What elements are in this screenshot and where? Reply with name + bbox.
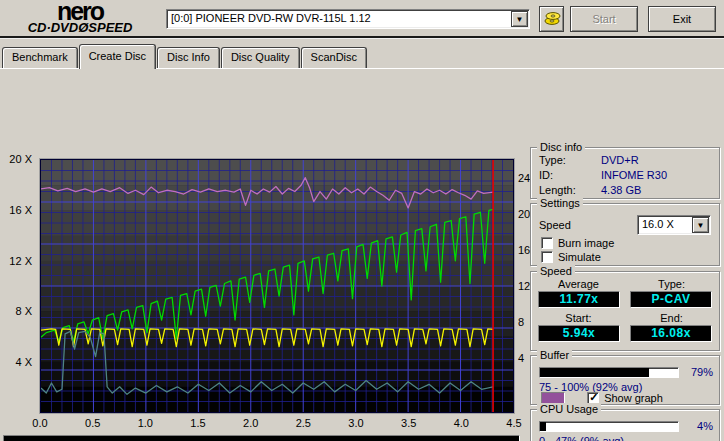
buffer-meter-fill bbox=[540, 368, 649, 377]
chevron-down-icon[interactable]: ▼ bbox=[511, 11, 528, 27]
tab-create-disc[interactable]: Create Disc bbox=[79, 44, 156, 69]
tab-benchmark[interactable]: Benchmark bbox=[2, 47, 78, 68]
x-axis-tick: 3.5 bbox=[401, 417, 416, 429]
right-axis-tick: 4 bbox=[518, 352, 524, 364]
simulate-label: Simulate bbox=[558, 251, 601, 263]
buffer-group: Buffer 79% 75 - 100% (92% avg) Show grap… bbox=[530, 355, 720, 405]
create-disc-tab-page: 20 X16 X12 X8 X4 X 2420161284 0.00.51.01… bbox=[0, 68, 724, 441]
burn-image-checkbox[interactable] bbox=[541, 237, 553, 249]
header-bar: nero CD·DVD‌ØSPEED [0:0] PIONEER DVD-RW … bbox=[0, 0, 724, 36]
exit-button[interactable]: Exit bbox=[648, 6, 716, 32]
x-axis-tick: 1.0 bbox=[138, 417, 153, 429]
right-axis-tick: 20 bbox=[518, 208, 530, 220]
disc-type-label: Type: bbox=[539, 154, 601, 166]
disc-id-value: INFOME R30 bbox=[601, 169, 667, 181]
cpu-range: 0 - 47% (9% avg) bbox=[539, 435, 624, 441]
start-speed-label: Start: bbox=[531, 312, 626, 324]
settings-group: Settings Speed 16.0 X ▼ Burn image Simul… bbox=[530, 203, 720, 266]
drive-select[interactable]: [0:0] PIONEER DVD-RW DVR-115L 1.12 ▼ bbox=[166, 9, 530, 29]
speed-type-display: P-CAV bbox=[630, 291, 712, 308]
plot-background-band bbox=[41, 185, 513, 211]
buffer-title: Buffer bbox=[537, 349, 572, 361]
average-speed-display: 11.77x bbox=[538, 291, 620, 308]
average-speed-label: Average bbox=[531, 278, 626, 290]
burn-progress-bar bbox=[3, 435, 520, 441]
plot-background-band bbox=[41, 160, 513, 186]
buffer-show-graph-label: Show graph bbox=[604, 392, 663, 404]
disc-type-value: DVD+R bbox=[601, 154, 639, 166]
burn-image-label: Burn image bbox=[558, 237, 614, 249]
right-axis-tick: 16 bbox=[518, 244, 530, 256]
cd-dvd-speed-wordmark: CD·DVD‌ØSPEED bbox=[4, 22, 156, 34]
right-axis-tick: 8 bbox=[518, 316, 524, 328]
simulate-checkbox[interactable] bbox=[541, 251, 553, 263]
right-axis-tick: 24 bbox=[518, 172, 530, 184]
cpu-percent: 4% bbox=[697, 420, 713, 432]
x-axis-tick: 0.5 bbox=[85, 417, 100, 429]
cpu-meter bbox=[539, 421, 679, 432]
speed-select-label: Speed bbox=[539, 219, 571, 231]
tab-scandisc[interactable]: ScanDisc bbox=[301, 47, 367, 68]
x-axis-tick: 1.5 bbox=[190, 417, 205, 429]
disc-info-title: Disc info bbox=[537, 141, 585, 153]
disc-length-label: Length: bbox=[539, 184, 601, 196]
tab-disc-info[interactable]: Disc Info bbox=[157, 47, 220, 68]
header-separator bbox=[0, 36, 724, 39]
speed-type-label: Type: bbox=[624, 278, 719, 290]
disc-stack-icon bbox=[543, 9, 561, 29]
buffer-meter bbox=[539, 367, 679, 378]
speed-results-group: Speed Average Type: 11.77x P-CAV Start: … bbox=[530, 271, 720, 351]
start-speed-display: 5.94x bbox=[538, 325, 620, 342]
settings-title: Settings bbox=[537, 197, 583, 209]
plot-background-band bbox=[41, 286, 513, 312]
x-axis-tick: 2.5 bbox=[296, 417, 311, 429]
x-axis-tick: 0.0 bbox=[32, 417, 47, 429]
buffer-percent: 79% bbox=[691, 366, 713, 378]
disc-id-label: ID: bbox=[539, 169, 601, 181]
x-axis-tick: 3.0 bbox=[348, 417, 363, 429]
cpu-usage-title: CPU Usage bbox=[537, 403, 601, 415]
chevron-down-icon[interactable]: ▼ bbox=[692, 217, 709, 233]
drive-select-value: [0:0] PIONEER DVD-RW DVR-115L 1.12 bbox=[171, 12, 509, 24]
burn-image-option[interactable]: Burn image bbox=[541, 237, 614, 249]
left-axis-tick: 12 X bbox=[9, 255, 32, 267]
x-axis-tick: 2.0 bbox=[243, 417, 258, 429]
left-axis-tick: 20 X bbox=[9, 153, 32, 165]
nero-logo: nero CD·DVD‌ØSPEED bbox=[4, 1, 156, 34]
simulate-option[interactable]: Simulate bbox=[541, 251, 601, 263]
disc-info-group: Disc info Type:DVD+R ID:INFOME R30 Lengt… bbox=[530, 147, 720, 199]
speed-select[interactable]: 16.0 X ▼ bbox=[637, 215, 711, 235]
graph-plot-svg bbox=[41, 160, 513, 412]
plot-background-band bbox=[41, 362, 513, 388]
tab-disc-quality[interactable]: Disc Quality bbox=[221, 47, 300, 68]
left-axis-tick: 4 X bbox=[15, 356, 32, 368]
end-speed-display: 16.08x bbox=[630, 325, 712, 342]
cpu-meter-fill bbox=[540, 422, 546, 431]
left-axis-tick: 16 X bbox=[9, 204, 32, 216]
x-axis-tick: 4.5 bbox=[506, 417, 521, 429]
cpu-usage-group: CPU Usage 4% 0 - 47% (9% avg) Show graph bbox=[530, 409, 720, 441]
left-axis-tick: 8 X bbox=[15, 305, 32, 317]
disc-length-value: 4.38 GB bbox=[601, 184, 641, 196]
burn-progress-fill bbox=[4, 436, 519, 441]
left-axis-labels: 20 X16 X12 X8 X4 X bbox=[2, 159, 36, 413]
right-axis-tick: 12 bbox=[518, 280, 530, 292]
x-axis-tick: 4.0 bbox=[454, 417, 469, 429]
eject-disc-button[interactable] bbox=[539, 6, 564, 32]
nero-cd-dvd-speed-window: nero CD·DVD‌ØSPEED [0:0] PIONEER DVD-RW … bbox=[0, 0, 724, 441]
speed-results-title: Speed bbox=[537, 265, 575, 277]
tab-strip: BenchmarkCreate DiscDisc InfoDisc Qualit… bbox=[2, 44, 368, 68]
speed-select-value: 16.0 X bbox=[642, 218, 690, 230]
end-speed-label: End: bbox=[624, 312, 719, 324]
nero-logo-wordmark: nero bbox=[4, 1, 156, 22]
speed-graph bbox=[40, 159, 514, 413]
start-button[interactable]: Start bbox=[570, 6, 638, 32]
x-axis-labels: 0.00.51.01.52.02.53.03.54.04.5 bbox=[40, 417, 514, 429]
